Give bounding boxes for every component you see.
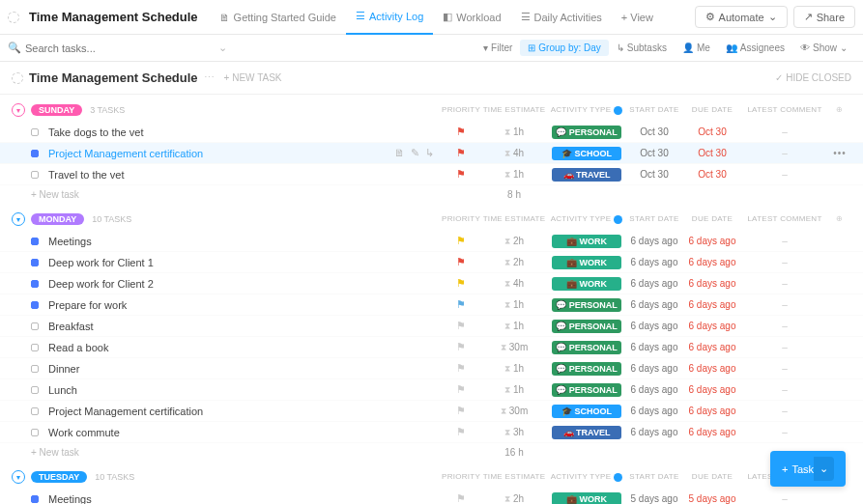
activity-type-pill[interactable]: 🚗 TRAVEL	[552, 168, 621, 182]
activity-type-pill[interactable]: 🎓 SCHOOL	[552, 147, 621, 160]
time-estimate[interactable]: ⧗1h	[480, 169, 548, 181]
flag-icon[interactable]: ⚑	[456, 168, 466, 180]
activity-type-pill[interactable]: 💼 WORK	[552, 235, 621, 248]
task-name[interactable]: Take dogs to the vet	[48, 126, 442, 138]
collapse-toggle[interactable]: ▾	[12, 103, 25, 117]
status-checkbox[interactable]	[31, 429, 39, 436]
time-estimate[interactable]: ⧗30m	[480, 406, 548, 417]
start-date[interactable]: 6 days ago	[625, 278, 683, 289]
due-date[interactable]: 6 days ago	[683, 278, 741, 289]
add-column-button[interactable]: ⊕	[828, 105, 851, 114]
time-estimate[interactable]: ⧗2h	[480, 493, 548, 505]
task-row[interactable]: Project Management certification 🗎✎↳ ⚑ ⧗…	[0, 143, 863, 164]
due-date[interactable]: 6 days ago	[683, 321, 741, 331]
status-checkbox[interactable]	[31, 301, 39, 309]
col-due-date[interactable]: DUE DATE	[683, 105, 741, 114]
new-task-row[interactable]: + New task 8 h	[0, 185, 863, 204]
assignees-button[interactable]: 👥Assignees	[718, 40, 792, 56]
flag-icon[interactable]: ⚑	[456, 277, 466, 289]
automate-button[interactable]: ⚙Automate⌄	[695, 6, 788, 28]
add-column-button[interactable]: ⊕	[828, 214, 851, 223]
time-estimate[interactable]: ⧗2h	[480, 257, 548, 268]
subtasks-button[interactable]: ↳Subtasks	[609, 40, 675, 56]
col-latest-comment[interactable]: LATEST COMMENT	[741, 214, 828, 223]
start-date[interactable]: 6 days ago	[625, 321, 683, 331]
latest-comment[interactable]: –	[741, 384, 828, 395]
start-date[interactable]: 5 days ago	[625, 493, 683, 504]
latest-comment[interactable]: –	[741, 126, 828, 137]
collapse-toggle[interactable]: ▾	[12, 470, 25, 484]
latest-comment[interactable]: –	[741, 493, 828, 504]
task-name[interactable]: Prepare for work	[48, 299, 442, 311]
status-checkbox[interactable]	[31, 365, 39, 373]
time-estimate[interactable]: ⧗3h	[480, 427, 548, 438]
collapse-toggle[interactable]: ▾	[12, 212, 25, 226]
more-icon[interactable]: •••	[833, 148, 847, 158]
col-priority[interactable]: PRIORITY	[442, 472, 480, 481]
task-name[interactable]: Meetings	[48, 236, 442, 247]
task-row[interactable]: Deep work for Client 2 ⚑ ⧗4h 💼 WORK 6 da…	[0, 273, 863, 294]
start-date[interactable]: 6 days ago	[625, 427, 683, 437]
status-checkbox[interactable]	[31, 344, 39, 351]
activity-type-pill[interactable]: 💬 PERSONAL	[552, 320, 621, 333]
latest-comment[interactable]: –	[741, 257, 828, 267]
task-name[interactable]: Lunch	[48, 384, 442, 396]
due-date[interactable]: 6 days ago	[683, 299, 741, 310]
new-task-button[interactable]: + NEW TASK	[224, 72, 282, 83]
group-by-button[interactable]: ⊞Group by: Day	[520, 40, 608, 56]
tab-getting-started[interactable]: 🗎Getting Started Guide	[210, 0, 346, 35]
col-start-date[interactable]: START DATE	[625, 214, 683, 223]
col-priority[interactable]: PRIORITY	[442, 214, 480, 223]
task-row[interactable]: Meetings ⚑ ⧗2h 💼 WORK 5 days ago 5 days …	[0, 489, 863, 504]
task-name[interactable]: Breakfast	[48, 321, 442, 332]
flag-icon[interactable]: ⚑	[456, 383, 466, 395]
activity-type-pill[interactable]: 💬 PERSONAL	[552, 362, 621, 376]
more-icon[interactable]: ⋯	[204, 71, 215, 84]
latest-comment[interactable]: –	[741, 236, 828, 246]
share-button[interactable]: ↗Share	[793, 6, 855, 28]
activity-type-pill[interactable]: 💬 PERSONAL	[552, 298, 621, 312]
task-name[interactable]: Read a book	[48, 342, 442, 353]
due-date[interactable]: 6 days ago	[683, 236, 741, 246]
flag-icon[interactable]: ⚑	[456, 126, 466, 137]
due-date[interactable]: Oct 30	[683, 169, 741, 180]
tab-workload[interactable]: ◧Workload	[433, 0, 510, 35]
due-date[interactable]: Oct 30	[683, 148, 741, 158]
edit-icon[interactable]: 🗎	[394, 147, 405, 159]
status-checkbox[interactable]	[31, 495, 39, 503]
time-estimate[interactable]: ⧗1h	[480, 321, 548, 332]
start-date[interactable]: 6 days ago	[625, 299, 683, 310]
task-name[interactable]: Project Management certification	[48, 148, 394, 159]
task-row[interactable]: Travel to the vet ⚑ ⧗1h 🚗 TRAVEL Oct 30 …	[0, 164, 863, 185]
col-time-estimate[interactable]: TIME ESTIMATE	[480, 105, 548, 114]
task-name[interactable]: Travel to the vet	[48, 169, 442, 181]
flag-icon[interactable]: ⚑	[456, 235, 466, 246]
rename-icon[interactable]: ✎	[411, 147, 419, 159]
task-name[interactable]: Dinner	[48, 363, 442, 375]
latest-comment[interactable]: –	[741, 363, 828, 374]
task-name[interactable]: Deep work for Client 2	[48, 278, 442, 290]
time-estimate[interactable]: ⧗2h	[480, 236, 548, 247]
col-due-date[interactable]: DUE DATE	[683, 214, 741, 223]
task-name[interactable]: Work commute	[48, 427, 442, 438]
task-row[interactable]: Breakfast ⚑ ⧗1h 💬 PERSONAL 6 days ago 6 …	[0, 316, 863, 337]
flag-icon[interactable]: ⚑	[456, 320, 466, 331]
show-button[interactable]: 👁Show⌄	[792, 40, 855, 56]
task-name[interactable]: Meetings	[48, 493, 442, 505]
flag-icon[interactable]: ⚑	[456, 341, 466, 352]
task-row[interactable]: Project Management certification ⚑ ⧗30m …	[0, 401, 863, 422]
col-time-estimate[interactable]: TIME ESTIMATE	[480, 472, 548, 481]
hide-closed-toggle[interactable]: ✓ HIDE CLOSED	[775, 72, 851, 83]
due-date[interactable]: 6 days ago	[683, 342, 741, 352]
status-checkbox[interactable]	[31, 259, 39, 266]
task-row[interactable]: Work commute ⚑ ⧗3h 🚗 TRAVEL 6 days ago 6…	[0, 422, 863, 443]
due-date[interactable]: 6 days ago	[683, 257, 741, 267]
due-date[interactable]: 6 days ago	[683, 363, 741, 374]
due-date[interactable]: 5 days ago	[683, 493, 741, 504]
activity-type-pill[interactable]: 💬 PERSONAL	[552, 383, 621, 397]
task-name[interactable]: Deep work for Client 1	[48, 257, 442, 268]
latest-comment[interactable]: –	[741, 427, 828, 437]
status-checkbox[interactable]	[31, 407, 39, 415]
latest-comment[interactable]: –	[741, 148, 828, 158]
start-date[interactable]: Oct 30	[625, 169, 683, 180]
